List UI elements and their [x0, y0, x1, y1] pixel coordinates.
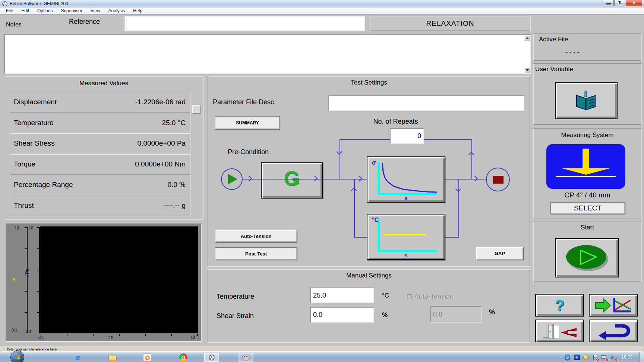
tray-shield-icon[interactable]	[565, 355, 571, 361]
measured-values-panel: Measured Values Displacement -1.2206e-06…	[4, 76, 203, 220]
notes-label: Notes	[6, 21, 22, 28]
menu-item-view[interactable]: View	[86, 7, 104, 14]
start-play-icon	[563, 242, 611, 273]
shear-strain-unit: %	[382, 311, 388, 319]
exit-button[interactable]	[535, 320, 584, 342]
help-button[interactable]: ?	[535, 294, 584, 317]
relax-y-label: σ	[372, 159, 376, 166]
temp-y-label: °C	[372, 217, 379, 223]
auto-tension-checkbox	[407, 294, 412, 299]
menu-item-analysis[interactable]: Analysis	[104, 7, 129, 14]
app-icon	[2, 1, 7, 6]
y1-max-label: 10	[15, 226, 19, 230]
displacement-option-button[interactable]	[192, 105, 201, 114]
flow-line	[445, 179, 487, 180]
close-button[interactable]	[626, 0, 642, 6]
select-measuring-system-button[interactable]: SELECT	[550, 202, 625, 214]
temperature-line-icon	[383, 234, 426, 235]
parameter-file-label: Parameter File Desc.	[213, 98, 276, 106]
start-menu-button[interactable]	[10, 350, 24, 362]
y2-axis-title: GPa	[25, 269, 30, 277]
shear-strain-input[interactable]	[310, 307, 374, 323]
menu-item-options[interactable]: Options	[33, 7, 57, 14]
volume-muted-icon[interactable]	[610, 355, 616, 361]
flow-arrow-up-icon	[468, 152, 474, 158]
post-test-button[interactable]: Post-Test	[215, 247, 297, 260]
icon-axis	[378, 220, 380, 252]
menu-item-help[interactable]: Help	[129, 7, 146, 14]
y2-axis-symbol: G	[25, 274, 30, 277]
y2-axis-unit: Pa	[25, 269, 30, 274]
x-max-label: 10	[190, 335, 195, 339]
measured-row-shear-stress: Shear Stress 0.0000e+00 Pa	[10, 133, 190, 154]
test-mode-title: RELAXATION	[426, 19, 474, 28]
menu-item-edit[interactable]: Edit	[17, 7, 33, 14]
arrow-down-icon	[526, 69, 529, 71]
chrome-icon[interactable]	[179, 353, 188, 362]
bohlin-app-taskbar-button[interactable]	[204, 353, 219, 362]
restore-button[interactable]	[614, 0, 625, 6]
measured-row-temperature: Temperature 25.0 °C	[10, 113, 190, 134]
test-mode-header: RELAXATION	[370, 16, 531, 31]
user-variable-button[interactable]	[555, 82, 618, 119]
auto-tension-button[interactable]: Auto-Tension	[215, 230, 297, 242]
graph-x-ticks	[41, 334, 198, 336]
shear-strain-label: Shear Strain	[217, 312, 254, 320]
test-settings-title: Test Settings	[208, 79, 530, 86]
menu-item-supervisor[interactable]: Supervisor	[57, 7, 86, 14]
live-graph: 10 10 0.1 0.1 γ GPa 0.1 t s 10	[6, 223, 202, 342]
action-center-icon[interactable]	[592, 355, 598, 361]
summary-button[interactable]: SUMMARY	[215, 116, 280, 130]
return-button[interactable]	[589, 320, 638, 342]
internet-explorer-icon[interactable]	[73, 353, 82, 362]
palette-app-taskbar-button[interactable]	[239, 353, 253, 362]
active-file-panel: Active File - - - -	[533, 34, 642, 61]
book-icon	[573, 90, 600, 111]
active-file-value: - - - -	[534, 48, 611, 56]
taskbar-clock[interactable]: 16:09	[617, 355, 637, 360]
notes-scroll-down-button[interactable]	[524, 67, 530, 73]
menu-bar: File Edit Options Supervisor View Analys…	[0, 7, 644, 15]
flow-arrow-right-icon	[472, 176, 478, 182]
file-explorer-icon[interactable]	[108, 353, 117, 362]
tray-gold-icon[interactable]	[583, 355, 589, 361]
window-title: Bohlin Software: GEMINI 200	[10, 1, 68, 6]
user-variable-panel: User Variable	[533, 63, 642, 125]
measured-value: ----.-- g	[164, 201, 186, 210]
return-arrow-icon	[594, 322, 633, 340]
temperature-label: Temperature	[217, 293, 254, 301]
notes-textarea[interactable]	[4, 34, 531, 74]
stop-icon	[493, 176, 503, 184]
measuring-system-panel: Measuring System CP 4° / 40 mm SELECT	[533, 128, 642, 219]
start-test-button[interactable]	[555, 238, 619, 277]
menu-item-file[interactable]: File	[2, 7, 17, 14]
reference-input[interactable]	[124, 16, 365, 31]
temperature-input[interactable]	[310, 288, 374, 303]
repeats-input[interactable]	[390, 128, 424, 144]
notes-scroll-up-button[interactable]	[524, 35, 530, 41]
gap-button[interactable]: GAP	[476, 247, 524, 260]
cone-plate-icon	[546, 144, 625, 189]
precondition-label: Pre-Condition	[228, 148, 269, 156]
minimize-button[interactable]	[603, 0, 614, 6]
graph-y-axis-1	[27, 227, 28, 333]
temperature-step-button[interactable]: °C s	[367, 214, 445, 260]
relaxation-step-button[interactable]: σ s	[367, 156, 445, 203]
windows-logo-icon	[15, 355, 20, 360]
show-desktop-button[interactable]	[639, 352, 644, 362]
auto-tension-checkbox-label: Auto-Tension	[414, 293, 454, 301]
flow-arrow-down-icon	[337, 149, 342, 155]
y1-min-label: 0.1	[12, 328, 17, 332]
measured-label: Shear Stress	[14, 139, 55, 147]
go-to-analysis-button[interactable]	[589, 294, 638, 317]
tray-app-icon[interactable]	[574, 355, 580, 361]
measured-label: Displacement	[14, 98, 57, 106]
parameter-file-input[interactable]	[328, 95, 524, 111]
network-status-icon[interactable]	[601, 355, 607, 361]
measured-label: Temperature	[14, 119, 54, 127]
auto-tension-value-input	[430, 306, 482, 323]
media-player-icon[interactable]	[143, 353, 152, 362]
arrow-up-icon	[526, 37, 529, 39]
flow-stop-node	[486, 168, 510, 191]
flow-arrow-up-icon	[351, 188, 357, 194]
